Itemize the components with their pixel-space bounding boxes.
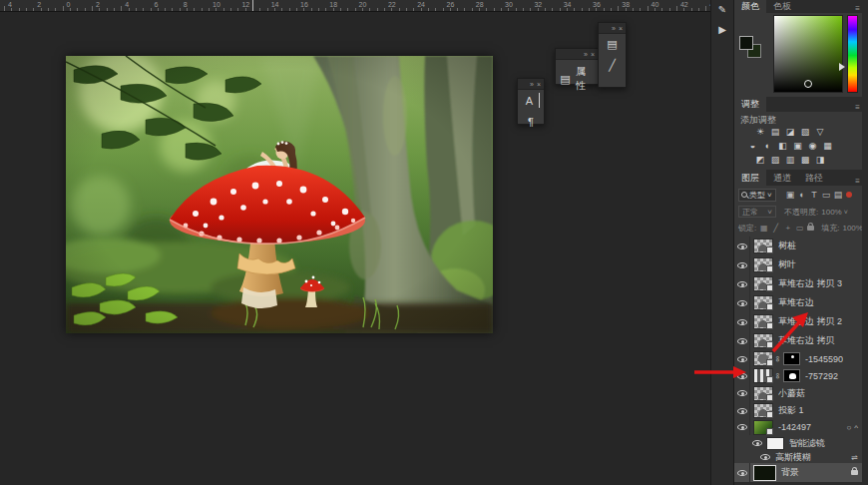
filter-toggle[interactable] <box>846 192 852 198</box>
panel-menu-icon[interactable]: ≡ <box>855 4 860 13</box>
layer-row[interactable]: 草堆右边 拷贝 2 <box>734 312 862 331</box>
tab-channels[interactable]: 通道 <box>766 170 798 186</box>
lock-position-icon[interactable]: + <box>783 224 792 233</box>
layer-row[interactable]: ∞ -1545590 <box>734 350 862 367</box>
brush-settings-icon[interactable]: ▤ <box>604 37 622 52</box>
close-icon[interactable]: × <box>537 81 541 88</box>
lock-all-icon[interactable] <box>807 226 814 231</box>
tab-paths[interactable]: 路径 <box>798 170 830 186</box>
ruler[interactable]: 4202468101214161820222426283032343638404… <box>0 0 710 12</box>
layer-thumbnail[interactable] <box>753 465 776 481</box>
layer-thumbnail[interactable] <box>753 239 773 253</box>
visibility-eye-icon[interactable] <box>752 440 762 446</box>
photo-filter-icon[interactable]: ▣ <box>792 140 803 151</box>
gradient-map-icon[interactable]: ▩ <box>800 154 811 165</box>
layer-row[interactable]: 小蘑菇 <box>734 384 862 402</box>
character-panel-float[interactable]: »× A ¶ <box>517 78 545 125</box>
tab-swatches[interactable]: 色板 <box>766 0 798 13</box>
layer-row[interactable]: 投影 1 <box>734 402 862 419</box>
smart-filter-row[interactable]: 智能滤镜 <box>734 435 862 451</box>
collapse-icon[interactable]: » <box>612 25 616 32</box>
lock-artboard-icon[interactable]: ▭ <box>795 224 804 233</box>
layer-thumbnail[interactable] <box>753 257 773 272</box>
visibility-eye-icon[interactable] <box>737 243 747 249</box>
levels-icon[interactable]: ▤ <box>770 126 781 137</box>
panel-menu-icon[interactable]: ≡ <box>855 103 860 112</box>
type-layer-filter-icon[interactable]: T <box>808 190 820 200</box>
tab-layers[interactable]: 图层 <box>734 170 766 186</box>
visibility-eye-icon[interactable] <box>737 356 747 362</box>
visibility-eye-icon[interactable] <box>737 408 747 414</box>
black-white-icon[interactable]: ◧ <box>777 140 788 151</box>
close-icon[interactable]: × <box>619 25 623 32</box>
color-balance-icon[interactable]: ◐ <box>762 140 773 151</box>
tab-color[interactable]: 颜色 <box>734 0 766 13</box>
layer-row[interactable]: 草堆右边 拷贝 3 <box>734 274 862 293</box>
layer-row[interactable]: 树叶 <box>734 255 862 274</box>
layer-row[interactable]: ∞ -757292 <box>734 367 862 384</box>
color-field[interactable] <box>773 15 843 93</box>
layer-row[interactable]: 草堆右边 <box>734 293 862 312</box>
collapse-icon[interactable]: » <box>584 51 588 58</box>
visibility-eye-icon[interactable] <box>737 300 747 306</box>
visibility-eye-icon[interactable] <box>760 454 770 460</box>
smart-object-filter-icon[interactable]: ▤ <box>832 190 844 200</box>
panel-menu-icon[interactable]: ≡ <box>855 177 860 186</box>
brush-panel-float[interactable]: »× ▤ ╱ <box>598 22 627 88</box>
layer-row[interactable]: 树桩 <box>734 237 862 255</box>
mask-link-icon[interactable]: ∞ <box>773 372 782 380</box>
posterize-icon[interactable]: ▨ <box>770 154 781 165</box>
visibility-eye-icon[interactable] <box>737 373 747 379</box>
layer-row[interactable]: -142497 ○ ^ <box>734 419 862 435</box>
selective-color-icon[interactable]: ◨ <box>815 154 826 165</box>
pen-panel-icon[interactable]: ✎ <box>713 2 731 16</box>
properties-icon[interactable]: ▤ <box>560 72 571 87</box>
fill-value[interactable]: 100% <box>842 224 862 233</box>
brushes-icon[interactable]: ╱ <box>604 58 622 73</box>
layer-thumbnail[interactable] <box>753 295 773 310</box>
character-icon[interactable]: A <box>522 93 540 108</box>
gaussian-blur-row[interactable]: 高斯模糊 ⇌ <box>734 451 862 463</box>
layer-row[interactable]: 草堆右边 拷贝 <box>734 331 862 350</box>
close-icon[interactable]: × <box>591 51 595 58</box>
hue-saturation-icon[interactable]: ◒ <box>747 140 758 151</box>
filter-kind-dropdown[interactable]: 类型 ˅ <box>738 189 776 202</box>
color-lookup-icon[interactable]: ▦ <box>822 140 833 151</box>
curves-icon[interactable]: ◪ <box>785 126 796 137</box>
layer-thumbnail[interactable] <box>753 276 773 291</box>
visibility-eye-icon[interactable] <box>737 338 747 344</box>
properties-panel-float[interactable]: »× ▤ 属性 <box>555 48 599 85</box>
visibility-eye-icon[interactable] <box>737 319 747 325</box>
blend-mode-dropdown[interactable]: 正常 ˅ <box>738 206 776 218</box>
actions-panel-icon[interactable]: ▶ <box>713 22 731 36</box>
foreground-color-swatch[interactable] <box>739 36 753 50</box>
invert-icon[interactable]: ◩ <box>755 154 766 165</box>
layer-thumbnail[interactable] <box>753 403 773 418</box>
canvas[interactable] <box>66 56 493 333</box>
paragraph-icon[interactable]: ¶ <box>522 114 540 129</box>
background-layer-row[interactable]: 背景 <box>734 463 862 482</box>
visibility-eye-icon[interactable] <box>737 424 747 430</box>
visibility-eye-icon[interactable] <box>737 281 747 287</box>
collapse-caret-icon[interactable]: ^ <box>854 423 858 432</box>
mask-link-icon[interactable]: ∞ <box>773 355 782 363</box>
visibility-eye-icon[interactable] <box>737 262 747 268</box>
brightness-contrast-icon[interactable]: ☀ <box>755 126 766 137</box>
layer-thumbnail[interactable] <box>753 333 773 348</box>
layer-mask-thumbnail[interactable] <box>783 352 800 365</box>
collapse-icon[interactable]: » <box>530 81 534 88</box>
layer-thumbnail[interactable] <box>753 351 773 366</box>
smart-filter-toggle-icon[interactable]: ○ <box>846 423 851 432</box>
layer-thumbnail[interactable] <box>753 420 773 435</box>
tab-adjustments[interactable]: 调整 <box>734 97 766 112</box>
hue-marker[interactable] <box>839 63 845 71</box>
exposure-icon[interactable]: ▧ <box>800 126 811 137</box>
layer-thumbnail[interactable] <box>753 386 773 401</box>
blend-options-icon[interactable]: ⇌ <box>851 453 858 462</box>
layer-thumbnail[interactable] <box>753 314 773 329</box>
channel-mixer-icon[interactable]: ◉ <box>807 140 818 151</box>
threshold-icon[interactable]: ▥ <box>785 154 796 165</box>
visibility-eye-icon[interactable] <box>737 470 747 476</box>
opacity-value[interactable]: 100% <box>821 208 841 217</box>
filter-mask-thumbnail[interactable] <box>766 437 784 450</box>
